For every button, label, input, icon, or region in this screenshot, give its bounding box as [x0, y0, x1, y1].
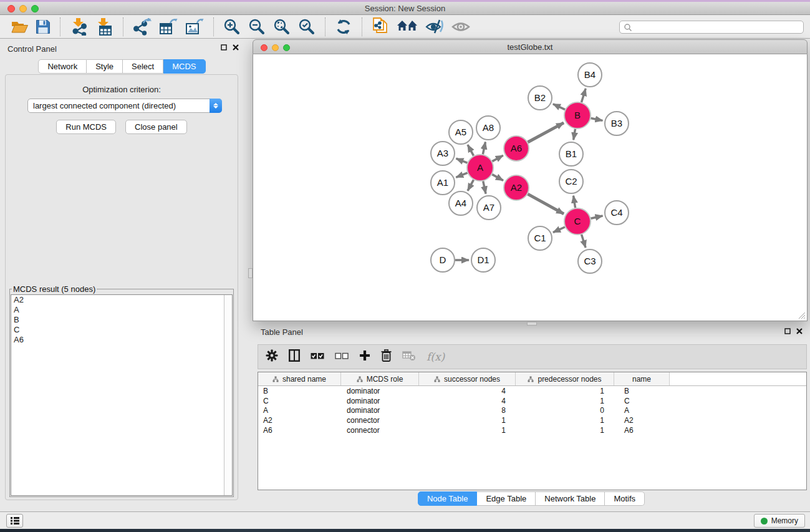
- table-cell[interactable]: 1: [516, 387, 614, 395]
- tab-style[interactable]: Style: [87, 59, 123, 74]
- window-resize-grip[interactable]: [797, 311, 806, 319]
- graph-edge-A-A6[interactable]: [492, 155, 503, 161]
- table-cell[interactable]: A2: [614, 416, 670, 425]
- table-cell[interactable]: A6: [258, 426, 341, 435]
- close-table-panel-icon[interactable]: [796, 328, 803, 334]
- result-item-A2[interactable]: A2: [11, 295, 232, 305]
- network-window-titlebar[interactable]: testGlobe.txt: [253, 39, 808, 54]
- table-cell[interactable]: 1: [516, 397, 614, 405]
- create-column-icon[interactable]: [359, 350, 370, 364]
- unselect-all-columns-icon[interactable]: [335, 351, 349, 362]
- graph-edge-A-A5[interactable]: [468, 145, 474, 155]
- task-history-button[interactable]: [6, 514, 23, 528]
- table-row[interactable]: A6connector11A6: [258, 425, 806, 435]
- tab-network-table[interactable]: Network Table: [536, 491, 605, 506]
- result-list-scrollbar[interactable]: [224, 295, 232, 495]
- graph-edge-B-B4[interactable]: [581, 89, 586, 102]
- graph-edge-A-A1[interactable]: [456, 173, 467, 177]
- graph-edge-A2-C[interactable]: [528, 194, 564, 214]
- graph-edge-A-A2[interactable]: [492, 175, 503, 181]
- tab-network[interactable]: Network: [38, 59, 87, 74]
- tab-select[interactable]: Select: [123, 59, 163, 74]
- table-cell[interactable]: 8: [419, 406, 516, 415]
- table-row[interactable]: A2connector11A2: [258, 415, 806, 425]
- run-mcds-button[interactable]: Run MCDS: [56, 120, 116, 134]
- network-canvas[interactable]: B4B2BB3A8A5A6A3B1AC2A1A2A4A7C4CC1C3DD1: [253, 54, 808, 321]
- table-cell[interactable]: 4: [419, 387, 516, 395]
- hide-graphics-details-icon[interactable]: [422, 17, 448, 37]
- graph-edge-B-B2[interactable]: [553, 104, 565, 110]
- graph-edge-A-A7[interactable]: [483, 181, 486, 193]
- table-cell[interactable]: C: [614, 397, 670, 405]
- graph-edge-B-B3[interactable]: [591, 118, 603, 120]
- split-divider-handle-horizontal[interactable]: [527, 322, 537, 326]
- table-row[interactable]: Adominator80A: [258, 406, 806, 416]
- export-network-icon[interactable]: [129, 17, 155, 37]
- export-image-icon[interactable]: [181, 17, 208, 37]
- column-header-shared-name[interactable]: shared name: [258, 372, 341, 385]
- tab-motifs[interactable]: Motifs: [605, 491, 645, 506]
- tab-mcds[interactable]: MCDS: [163, 59, 205, 74]
- split-divider-handle-vertical[interactable]: [248, 268, 253, 278]
- tab-edge-table[interactable]: Edge Table: [477, 491, 536, 506]
- table-cell[interactable]: 1: [516, 416, 614, 425]
- save-session-icon[interactable]: [32, 17, 54, 37]
- table-cell[interactable]: dominator: [341, 387, 419, 395]
- column-header-predecessor-nodes[interactable]: predecessor nodes: [516, 372, 614, 385]
- table-cell[interactable]: A: [614, 406, 670, 415]
- table-cell[interactable]: B: [614, 387, 670, 395]
- table-cell[interactable]: 1: [419, 426, 516, 435]
- float-table-panel-icon[interactable]: [784, 328, 791, 334]
- graph-edge-A-A8[interactable]: [483, 142, 485, 155]
- table-cell[interactable]: A: [258, 406, 341, 415]
- table-cell[interactable]: A6: [614, 426, 670, 435]
- refresh-layout-icon[interactable]: [331, 17, 356, 37]
- show-column-icon[interactable]: [289, 349, 300, 364]
- zoom-out-icon[interactable]: [244, 17, 269, 37]
- close-panel-icon[interactable]: [233, 44, 239, 51]
- show-graphics-details-icon[interactable]: [448, 17, 474, 37]
- table-cell[interactable]: 1: [516, 426, 614, 435]
- result-item-B[interactable]: B: [11, 315, 232, 325]
- criterion-dropdown[interactable]: largest connected component (directed): [27, 99, 222, 113]
- export-table-icon[interactable]: [155, 17, 181, 37]
- zoom-selected-icon[interactable]: [294, 17, 319, 37]
- graph-edge-C-C1[interactable]: [553, 227, 565, 233]
- zoom-fit-icon[interactable]: [269, 17, 294, 37]
- select-all-columns-icon[interactable]: [311, 351, 324, 362]
- search-input[interactable]: [632, 23, 803, 32]
- table-cell[interactable]: connector: [341, 426, 419, 435]
- column-header-MCDS-role[interactable]: MCDS role: [341, 372, 419, 385]
- memory-button[interactable]: Memory: [754, 514, 805, 528]
- graph-edge-C-C3[interactable]: [582, 235, 586, 248]
- table-cell[interactable]: C: [258, 397, 341, 405]
- column-header-name[interactable]: name: [614, 372, 670, 385]
- table-cell[interactable]: B: [258, 387, 341, 395]
- graph-edge-A6-B[interactable]: [528, 123, 564, 142]
- table-options-icon[interactable]: [266, 349, 278, 364]
- graph-edge-A-A4[interactable]: [468, 180, 474, 190]
- result-item-A6[interactable]: A6: [11, 335, 232, 345]
- delete-columns-icon[interactable]: [381, 349, 392, 364]
- table-cell[interactable]: A2: [258, 416, 341, 425]
- table-cell[interactable]: 4: [419, 397, 516, 405]
- column-header-successor-nodes[interactable]: successor nodes: [419, 372, 516, 385]
- graph-edge-C-C2[interactable]: [574, 196, 576, 208]
- new-network-icon[interactable]: [368, 17, 393, 37]
- table-row[interactable]: Cdominator41C: [258, 396, 806, 406]
- home-icon[interactable]: [393, 17, 422, 37]
- import-table-icon[interactable]: [92, 17, 117, 37]
- open-session-icon[interactable]: [7, 17, 32, 37]
- tab-node-table[interactable]: Node Table: [418, 491, 478, 506]
- table-cell[interactable]: dominator: [341, 397, 419, 405]
- zoom-in-icon[interactable]: [219, 17, 244, 37]
- table-cell[interactable]: 0: [516, 406, 614, 415]
- table-cell[interactable]: 1: [419, 416, 516, 425]
- table-cell[interactable]: dominator: [341, 406, 419, 415]
- search-field[interactable]: [619, 21, 804, 34]
- table-row[interactable]: Bdominator41B: [258, 386, 806, 396]
- close-panel-button[interactable]: Close panel: [125, 120, 187, 134]
- graph-edge-C-C4[interactable]: [591, 216, 602, 218]
- float-panel-icon[interactable]: [221, 44, 227, 51]
- graph-edge-B-B1[interactable]: [574, 129, 576, 140]
